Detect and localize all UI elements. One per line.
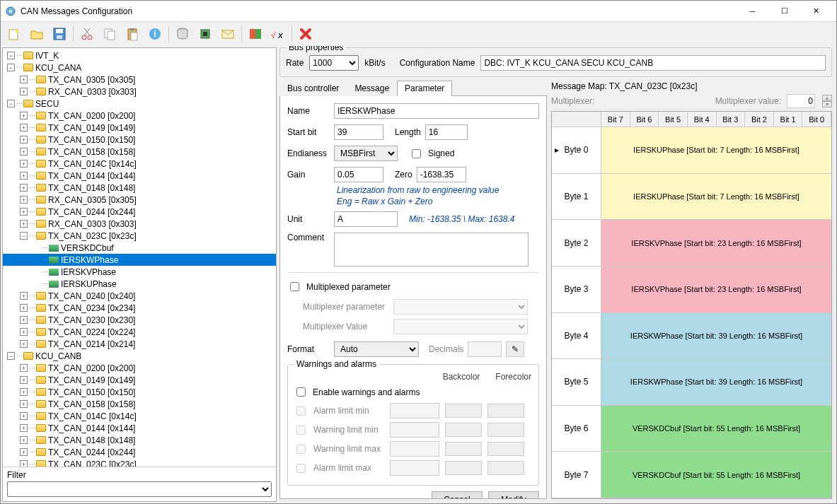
expand-icon[interactable]: − <box>7 100 15 107</box>
expand-icon[interactable]: + <box>20 316 28 324</box>
expand-icon[interactable]: + <box>20 172 28 180</box>
tree-item[interactable]: +⋯TX_CAN_0244 [0x244] <box>3 446 276 458</box>
tree-item[interactable]: +⋯TX_CAN_0150 [0x150] <box>3 134 276 146</box>
expand-icon[interactable]: + <box>20 220 28 228</box>
tree-item[interactable]: +⋯TX_CAN_0230 [0x230] <box>3 314 276 326</box>
expand-icon[interactable]: + <box>20 148 28 156</box>
expand-icon[interactable]: + <box>20 448 28 456</box>
decimals-edit-button[interactable]: ✎ <box>506 341 524 357</box>
expand-icon[interactable]: + <box>20 88 28 95</box>
tab-bus-controller[interactable]: Bus controller <box>279 81 347 96</box>
tree-item[interactable]: +⋯RX_CAN_0305 [0x305] <box>3 194 276 206</box>
param-name-input[interactable] <box>334 103 539 119</box>
tree-item[interactable]: +⋯TX_CAN_0224 [0x224] <box>3 326 276 338</box>
tree-item[interactable]: +⋯TX_CAN_0305 [0x305] <box>3 74 276 86</box>
tree-item[interactable]: +⋯TX_CAN_0240 [0x240] <box>3 290 276 302</box>
tree-item[interactable]: +⋯TX_CAN_0244 [0x244] <box>3 206 276 218</box>
gain-input[interactable] <box>334 167 383 182</box>
filter-select[interactable] <box>7 481 272 497</box>
expand-icon[interactable]: − <box>20 232 28 240</box>
expand-icon[interactable]: + <box>20 136 28 143</box>
expand-icon[interactable]: + <box>20 196 28 204</box>
expand-icon[interactable]: + <box>20 436 28 444</box>
close-button[interactable]: ✕ <box>800 1 832 21</box>
expand-icon[interactable]: − <box>7 52 15 59</box>
copy-icon[interactable] <box>100 25 119 43</box>
expand-icon[interactable]: − <box>7 352 15 360</box>
expand-icon[interactable]: + <box>20 412 28 420</box>
tab-message[interactable]: Message <box>347 81 397 96</box>
muxvalue-down-button[interactable]: ▼ <box>822 101 832 107</box>
tree-item[interactable]: +⋯TX_CAN_0149 [0x149] <box>3 122 276 134</box>
expand-icon[interactable]: + <box>20 304 28 312</box>
cut-icon[interactable] <box>78 25 96 43</box>
maximize-button[interactable]: ☐ <box>768 1 800 21</box>
length-input[interactable] <box>425 124 468 140</box>
expand-icon[interactable]: + <box>20 400 28 408</box>
byte-row[interactable]: Byte 5IERSKWPhase [Start bit: 39 Length:… <box>552 359 831 406</box>
tree-item[interactable]: +⋯TX_CAN_0144 [0x144] <box>3 170 276 182</box>
config-name-input[interactable] <box>480 55 826 71</box>
tree-item[interactable]: ⋯IERSKVPhase <box>3 266 276 278</box>
byte-row[interactable]: Byte 6VERSKDCbuf [Start bit: 55 Length: … <box>552 406 831 452</box>
tree-item[interactable]: +⋯TX_CAN_0214 [0x214] <box>3 338 276 350</box>
zero-input[interactable] <box>417 167 466 182</box>
expand-icon[interactable]: + <box>20 388 28 396</box>
message-tree[interactable]: −⋯IVT_K−⋯KCU_CANA+⋯TX_CAN_0305 [0x305]+⋯… <box>3 48 276 467</box>
tree-item[interactable]: −⋯KCU_CANA <box>3 61 276 74</box>
tree-item[interactable]: +⋯TX_CAN_0200 [0x200] <box>3 110 276 122</box>
byte-row[interactable]: Byte 1IERSKUPhase [Start bit: 7 Length: … <box>552 174 831 221</box>
tree-item[interactable]: +⋯TX_CAN_014C [0x14c] <box>3 410 276 422</box>
enable-warnings-checkbox[interactable] <box>296 387 306 397</box>
tree-item[interactable]: +⋯TX_CAN_0158 [0x158] <box>3 146 276 158</box>
tree-item[interactable]: +⋯TX_CAN_0144 [0x144] <box>3 422 276 434</box>
chip-icon[interactable] <box>196 25 214 43</box>
rate-select[interactable]: 1000 <box>309 55 359 71</box>
tree-item[interactable]: +⋯TX_CAN_0148 [0x148] <box>3 182 276 194</box>
tree-item[interactable]: +⋯TX_CAN_0150 [0x150] <box>3 386 276 398</box>
comment-input[interactable] <box>334 233 529 266</box>
tree-item[interactable]: +⋯TX_CAN_0149 [0x149] <box>3 374 276 386</box>
format-select[interactable]: Auto <box>334 341 419 357</box>
unit-input[interactable] <box>334 211 398 227</box>
tree-item[interactable]: +⋯TX_CAN_023C [0x23c] <box>3 458 276 467</box>
expand-icon[interactable]: + <box>20 460 28 467</box>
tree-item[interactable]: ⋯VERSKDCbuf <box>3 242 276 254</box>
save-icon[interactable] <box>50 25 69 43</box>
multiplexed-checkbox[interactable] <box>290 282 299 291</box>
expand-icon[interactable]: + <box>20 76 28 83</box>
tree-item[interactable]: +⋯TX_CAN_0234 [0x234] <box>3 302 276 314</box>
paste-icon[interactable] <box>123 25 142 43</box>
byte-row[interactable]: Byte 4IERSKWPhase [Start bit: 39 Length:… <box>552 313 831 360</box>
expand-icon[interactable]: + <box>20 160 28 168</box>
expand-icon[interactable]: + <box>20 364 28 372</box>
expand-icon[interactable]: − <box>7 64 15 71</box>
byte-row[interactable]: Byte 3IERSKVPhase [Start bit: 23 Length:… <box>552 266 831 313</box>
map-muxvalue-input[interactable] <box>787 94 815 108</box>
tree-item[interactable]: −⋯TX_CAN_023C [0x23c] <box>3 230 276 242</box>
tree-item[interactable]: −⋯IVT_K <box>3 49 276 61</box>
formula-icon[interactable]: √x <box>269 25 287 43</box>
db-icon[interactable] <box>173 25 192 43</box>
open-icon[interactable] <box>28 25 46 43</box>
modify-button[interactable]: Modify <box>488 491 539 499</box>
expand-icon[interactable]: + <box>20 424 28 432</box>
expand-icon[interactable]: + <box>20 292 28 300</box>
mail-icon[interactable] <box>219 25 237 43</box>
tree-item[interactable]: +⋯TX_CAN_0200 [0x200] <box>3 362 276 374</box>
byte-row[interactable]: Byte 2IERSKVPhase [Start bit: 23 Length:… <box>552 220 831 266</box>
delete-icon[interactable] <box>296 25 315 43</box>
tree-item[interactable]: +⋯RX_CAN_0303 [0x303] <box>3 218 276 230</box>
expand-icon[interactable]: + <box>20 340 28 348</box>
tree-item[interactable]: ⋯IERSKUPhase <box>3 278 276 290</box>
tree-item[interactable]: +⋯TX_CAN_014C [0x14c] <box>3 158 276 170</box>
tree-item[interactable]: −⋯SECU <box>3 98 276 110</box>
sheet-icon[interactable] <box>246 25 265 43</box>
byte-row[interactable]: ▸Byte 0IERSKUPhase [Start bit: 7 Length:… <box>552 127 831 174</box>
endianess-select[interactable]: MSBFirst <box>334 146 398 161</box>
expand-icon[interactable]: + <box>20 184 28 192</box>
expand-icon[interactable]: + <box>20 112 28 119</box>
expand-icon[interactable]: + <box>20 376 28 384</box>
expand-icon[interactable]: + <box>20 124 28 131</box>
cancel-button[interactable]: Cancel <box>432 491 483 499</box>
